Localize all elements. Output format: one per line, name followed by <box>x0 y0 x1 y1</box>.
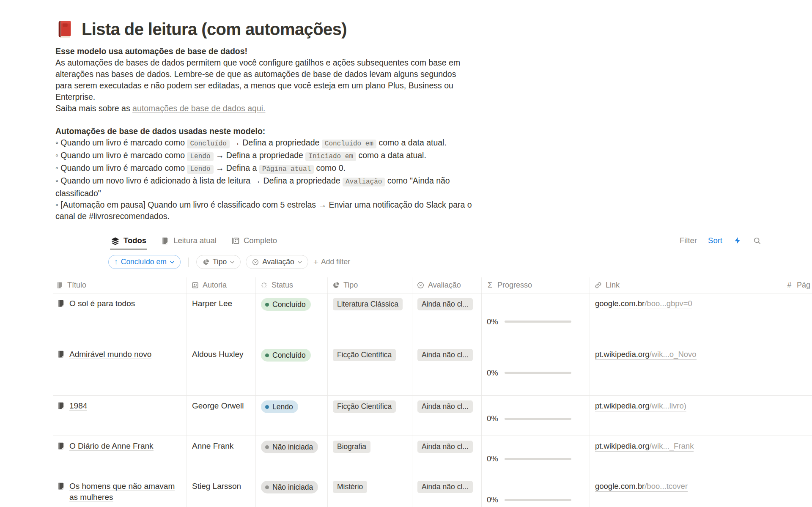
row-title-link[interactable]: O sol é para todos <box>69 299 135 308</box>
tab-leitura-atual[interactable]: Leitura atual <box>161 236 217 245</box>
cell-author[interactable]: Aldous Huxley <box>187 344 256 395</box>
cell-type[interactable]: Mistério <box>328 476 412 507</box>
row-url-link[interactable]: google.com.br/boo...gbpv=0 <box>595 299 692 309</box>
filter-bar: ↑ Concluído em Tipo Avaliação + Add filt… <box>108 255 812 269</box>
column-header-progresso[interactable]: Σ Progresso <box>482 277 590 293</box>
automations-list: Quando um livro é marcado como Concluído… <box>55 137 472 222</box>
status-pill[interactable]: Concluído <box>261 349 311 362</box>
cell-type[interactable]: Literatura Clássica <box>328 293 412 344</box>
filter-chip-label: Avaliação <box>262 258 294 266</box>
cell-rating[interactable]: Ainda não cl... <box>412 476 482 507</box>
spinner-icon <box>260 281 268 289</box>
cell-link[interactable]: pt.wikipedia.org/wik..._Frank <box>590 436 781 476</box>
rating-tag[interactable]: Ainda não cl... <box>417 400 473 413</box>
status-pill[interactable]: Concluído <box>261 298 311 311</box>
inline-code-chip: Concluído em <box>322 140 376 148</box>
row-url-link[interactable]: google.com.br/boo...tcover <box>595 482 688 492</box>
cell-type[interactable]: Biografia <box>328 436 412 476</box>
cell-rating[interactable]: Ainda não cl... <box>412 436 482 476</box>
status-pill[interactable]: Não iniciada <box>261 441 318 453</box>
column-header-status[interactable]: Status <box>256 277 328 293</box>
cell-progress[interactable]: 0% <box>482 293 590 344</box>
cell-link[interactable]: pt.wikipedia.org/wik...o_Novo <box>590 344 781 395</box>
cell-title[interactable]: O sol é para todos <box>53 293 187 344</box>
pie-icon <box>202 258 210 266</box>
type-tag[interactable]: Biografia <box>333 441 370 453</box>
type-tag[interactable]: Ficção Científica <box>333 349 396 361</box>
rating-tag[interactable]: Ainda não cl... <box>417 298 473 310</box>
progress-bar <box>505 458 571 460</box>
sort-chip-concluido-em[interactable]: ↑ Concluído em <box>108 255 181 269</box>
cell-status[interactable]: Não iniciada <box>256 436 328 476</box>
type-tag[interactable]: Literatura Clássica <box>333 298 403 310</box>
cell-type[interactable]: Ficção Científica <box>328 344 412 395</box>
table-row: O sol é para todos Harper Lee Concluído … <box>53 293 812 344</box>
column-header-link[interactable]: Link <box>590 277 781 293</box>
column-header-avaliacao[interactable]: Avaliação <box>412 277 482 293</box>
sort-button[interactable]: Sort <box>708 236 722 245</box>
add-filter-label: Add filter <box>321 258 350 266</box>
cell-rating[interactable]: Ainda não cl... <box>412 344 482 395</box>
cell-title[interactable]: Admirável mundo novo <box>53 344 187 395</box>
cell-progress[interactable]: 0% <box>482 476 590 507</box>
column-header-pag[interactable]: # Pág <box>781 277 812 293</box>
tab-completo[interactable]: Completo <box>231 236 277 245</box>
filter-button[interactable]: Filter <box>680 236 697 245</box>
cell-pages[interactable] <box>781 344 812 395</box>
cell-title[interactable]: O Diário de Anne Frank <box>53 436 187 476</box>
row-url-link[interactable]: pt.wikipedia.org/wik...livro) <box>595 401 686 411</box>
type-tag[interactable]: Ficção Científica <box>333 400 396 413</box>
cell-type[interactable]: Ficção Científica <box>328 396 412 436</box>
sort-direction-arrow: ↑ <box>114 258 118 266</box>
status-pill[interactable]: Não iniciada <box>261 481 318 493</box>
cell-progress[interactable]: 0% <box>482 344 590 395</box>
column-header-tipo[interactable]: Tipo <box>328 277 412 293</box>
cell-pages[interactable] <box>781 476 812 507</box>
cell-author[interactable]: Stieg Larsson <box>187 476 256 507</box>
cell-status[interactable]: Concluído <box>256 344 328 395</box>
cell-progress[interactable]: 0% <box>482 396 590 436</box>
tab-todos[interactable]: Todos <box>111 236 146 245</box>
cell-rating[interactable]: Ainda não cl... <box>412 293 482 344</box>
cell-link[interactable]: google.com.br/boo...tcover <box>590 476 781 507</box>
status-pill[interactable]: Lendo <box>261 400 298 413</box>
filter-chip-avaliacao[interactable]: Avaliação <box>246 255 308 269</box>
row-title-link[interactable]: Os homens que não amavam as mulheres <box>69 482 175 502</box>
type-tag[interactable]: Mistério <box>333 481 367 493</box>
progress-value: 0% <box>487 495 498 504</box>
row-url-link[interactable]: pt.wikipedia.org/wik..._Frank <box>595 441 694 452</box>
cell-status[interactable]: Lendo <box>256 396 328 436</box>
cell-author[interactable]: George Orwell <box>187 396 256 436</box>
cell-status[interactable]: Concluído <box>256 293 328 344</box>
cell-pages[interactable] <box>781 396 812 436</box>
rating-tag[interactable]: Ainda não cl... <box>417 481 473 493</box>
add-filter-button[interactable]: + Add filter <box>313 258 350 266</box>
progress-bar <box>505 418 571 420</box>
column-header-titulo[interactable]: Título <box>53 277 187 293</box>
cell-author[interactable]: Anne Frank <box>187 436 256 476</box>
row-title-link[interactable]: 1984 <box>69 401 87 411</box>
cell-link[interactable]: pt.wikipedia.org/wik...livro) <box>590 396 781 436</box>
cell-progress[interactable]: 0% <box>482 436 590 476</box>
row-url-link[interactable]: pt.wikipedia.org/wik...o_Novo <box>595 350 697 360</box>
cell-rating[interactable]: Ainda não cl... <box>412 396 482 436</box>
cell-pages[interactable] <box>781 293 812 344</box>
sigma-icon: Σ <box>486 281 494 289</box>
cell-title[interactable]: Os homens que não amavam as mulheres <box>53 476 187 507</box>
filter-chip-tipo[interactable]: Tipo <box>196 255 241 269</box>
cell-link[interactable]: google.com.br/boo...gbpv=0 <box>590 293 781 344</box>
lightning-icon[interactable] <box>733 236 742 245</box>
cell-status[interactable]: Não iniciada <box>256 476 328 507</box>
rating-tag[interactable]: Ainda não cl... <box>417 349 473 361</box>
search-icon[interactable] <box>753 236 761 245</box>
rating-tag[interactable]: Ainda não cl... <box>417 441 473 453</box>
learn-more-prefix: Saiba mais sobre as <box>55 104 132 113</box>
row-title-link[interactable]: O Diário de Anne Frank <box>69 441 154 451</box>
cell-title[interactable]: 1984 <box>53 396 187 436</box>
cell-pages[interactable] <box>781 436 812 476</box>
automations-docs-link[interactable]: automações de base de dados aqui. <box>132 104 265 113</box>
cell-author[interactable]: Harper Lee <box>187 293 256 344</box>
row-title-link[interactable]: Admirável mundo novo <box>69 350 151 359</box>
table-row: Os homens que não amavam as mulheres Sti… <box>53 476 812 507</box>
column-header-autoria[interactable]: Autoria <box>187 277 256 293</box>
